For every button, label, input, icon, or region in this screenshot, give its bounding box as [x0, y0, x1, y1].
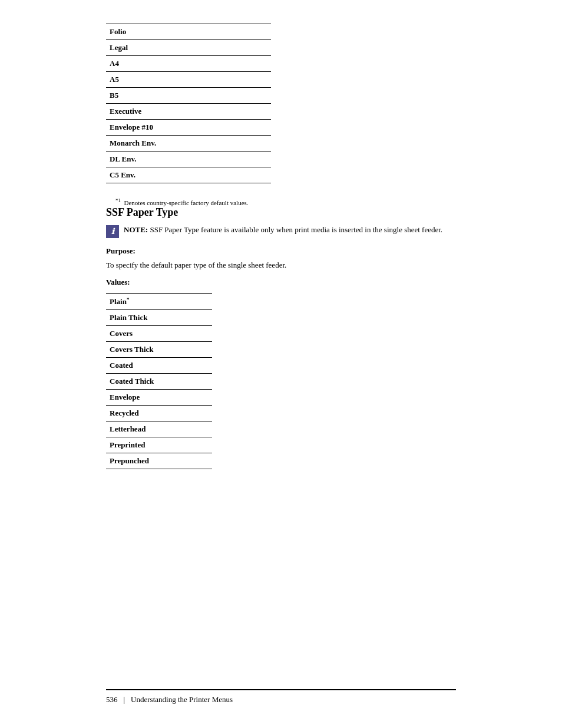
- table-cell: Plain Thick: [106, 310, 212, 326]
- table-cell: Folio: [106, 24, 271, 40]
- table-cell: Recycled: [106, 406, 212, 421]
- page: FolioLegalA4A5B5ExecutiveEnvelope #10Mon…: [0, 0, 562, 728]
- table-row: Folio: [106, 24, 271, 40]
- table-row: Coated Thick: [106, 374, 212, 390]
- table-row: A4: [106, 56, 271, 72]
- table-row: B5: [106, 88, 271, 104]
- table-cell: Coated: [106, 358, 212, 374]
- footer-text: Understanding the Printer Menus: [131, 695, 233, 704]
- table-cell: Preprinted: [106, 437, 212, 453]
- table-cell: Plain*: [106, 294, 212, 310]
- table-cell: Coated Thick: [106, 374, 212, 390]
- table-cell: Letterhead: [106, 421, 212, 437]
- values-label: Values:: [106, 278, 456, 287]
- note-body-text: SSF Paper Type feature is available only…: [150, 225, 442, 234]
- table-row: Envelope #10: [106, 120, 271, 136]
- table-row: Covers Thick: [106, 342, 212, 358]
- table-row: Legal: [106, 40, 271, 56]
- values-table: Plain*Plain ThickCoversCovers ThickCoate…: [106, 293, 212, 469]
- purpose-text: To specify the default paper type of the…: [106, 259, 456, 271]
- table-cell: Covers: [106, 326, 212, 342]
- table-cell: A5: [106, 72, 271, 88]
- footnote: *1 Denotes country-specific factory defa…: [115, 197, 269, 206]
- table-row: Envelope: [106, 390, 212, 406]
- section-title: SSF Paper Type: [106, 206, 456, 219]
- table-row: Plain*: [106, 294, 212, 310]
- table-row: Letterhead: [106, 421, 212, 437]
- table-row: Prepunched: [106, 453, 212, 469]
- note-prefix: NOTE:: [124, 225, 148, 234]
- table-row: Preprinted: [106, 437, 212, 453]
- table-cell: DL Env.: [106, 151, 271, 167]
- table-cell: Envelope #10: [106, 120, 271, 136]
- table-cell: Envelope: [106, 390, 212, 406]
- table-row: Plain Thick: [106, 310, 212, 326]
- table-row: Covers: [106, 326, 212, 342]
- table-row: C5 Env.: [106, 167, 271, 183]
- page-footer: 536 | Understanding the Printer Menus: [106, 689, 456, 704]
- table-cell: C5 Env.: [106, 167, 271, 183]
- table-row: DL Env.: [106, 151, 271, 167]
- top-table: FolioLegalA4A5B5ExecutiveEnvelope #10Mon…: [106, 24, 271, 183]
- page-number: 536: [106, 695, 118, 704]
- asterisk-superscript: *: [127, 297, 130, 302]
- table-row: Monarch Env.: [106, 136, 271, 151]
- table-cell: Legal: [106, 40, 271, 56]
- footnote-text: Denotes country-specific factory default…: [124, 199, 249, 206]
- note-box: ℹ NOTE: SSF Paper Type feature is availa…: [106, 225, 456, 238]
- table-cell: Prepunched: [106, 453, 212, 469]
- table-cell: Monarch Env.: [106, 136, 271, 151]
- note-icon: ℹ: [106, 225, 119, 238]
- table-row: Recycled: [106, 406, 212, 421]
- purpose-label: Purpose:: [106, 246, 456, 256]
- table-row: Coated: [106, 358, 212, 374]
- footnote-superscript: *1: [115, 197, 121, 203]
- note-text: NOTE: SSF Paper Type feature is availabl…: [124, 225, 442, 235]
- table-cell: Executive: [106, 104, 271, 120]
- footer-separator: |: [124, 695, 125, 704]
- table-cell: Covers Thick: [106, 342, 212, 358]
- table-row: A5: [106, 72, 271, 88]
- table-row: Executive: [106, 104, 271, 120]
- table-cell: B5: [106, 88, 271, 104]
- table-cell: A4: [106, 56, 271, 72]
